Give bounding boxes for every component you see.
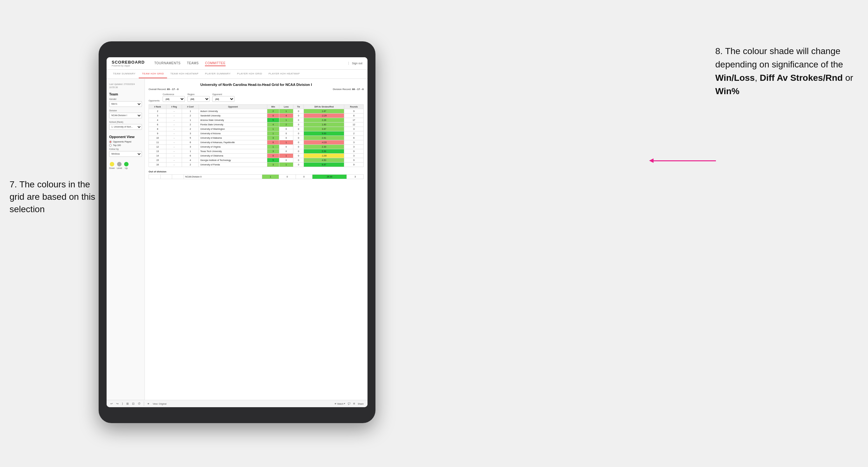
tab-player-summary[interactable]: PLAYER SUMMARY xyxy=(202,70,234,78)
table-row: 3 - 2 Vanderbilt University 0 4 0 -2.29 … xyxy=(149,114,364,118)
grid-records: Overall Record: 89 - 17 - 0 Division Rec… xyxy=(149,88,364,91)
cell-rank: 13 xyxy=(149,149,166,154)
watch-button[interactable]: 👁 Watch ▾ xyxy=(334,402,345,405)
region-filter-select[interactable]: (All) xyxy=(187,96,210,102)
cell-diff: 26.00 xyxy=(312,175,347,179)
cell-rounds: 3 xyxy=(344,140,364,145)
tab-team-h2h-grid[interactable]: TEAM H2H GRID xyxy=(139,70,167,78)
tab-team-h2h-heatmap[interactable]: TEAM H2H HEATMAP xyxy=(167,70,202,78)
colour-item-level: Level xyxy=(117,162,122,169)
arrow-right-container xyxy=(652,160,716,161)
cell-conf: 6 xyxy=(182,154,199,158)
view-original[interactable]: View: Original xyxy=(153,403,166,405)
colour-by-select[interactable]: Win/loss xyxy=(109,151,142,157)
cell-opponent: University of Arizona xyxy=(199,131,267,136)
col-rank: # Rank xyxy=(149,105,166,109)
colour-dot-down xyxy=(110,162,114,166)
cell-rounds: 9 xyxy=(344,162,364,167)
grid-title: University of North Carolina Head-to-Hea… xyxy=(149,83,364,87)
opponent-filter-group: Opponent (All) xyxy=(212,93,235,102)
nav-item-tournaments[interactable]: TOURNAMENTS xyxy=(154,61,181,66)
tab-player-h2h-grid[interactable]: PLAYER H2H GRID xyxy=(234,70,266,78)
cell-loss: 2 xyxy=(279,122,293,127)
cell-tie: 0 xyxy=(293,109,304,114)
radio-opponents-played[interactable]: Opponents Played xyxy=(109,141,142,143)
cell-rank: 2 xyxy=(149,109,166,114)
grid-icon[interactable]: ⊡ xyxy=(132,402,134,405)
cell-opponent: University of Virginia xyxy=(199,145,267,149)
cell-opponent: University of Alabama xyxy=(199,136,267,140)
cell-reg: - xyxy=(166,127,182,131)
cell-loss: 0 xyxy=(279,175,296,179)
copy-icon[interactable]: ⊞ xyxy=(126,402,129,405)
tab-team-summary[interactable]: TEAM SUMMARY xyxy=(110,70,139,78)
cell-conf: 1 xyxy=(182,109,199,114)
cell-conf xyxy=(172,175,184,179)
cell-loss: 1 xyxy=(279,118,293,122)
cell-conf: 1 xyxy=(182,149,199,154)
cell-win: 4 xyxy=(267,122,279,127)
cell-opponent: University of Oklahoma xyxy=(199,154,267,158)
overall-record: Overall Record: 89 - 17 - 0 xyxy=(149,88,179,91)
opponent-filter-select[interactable]: (All) xyxy=(212,96,235,102)
division-label: Division xyxy=(109,110,142,112)
tablet-screen: SCOREBOARD Powered by clippd TOURNAMENTS… xyxy=(106,57,368,407)
table-row: 9 - 3 University of Arizona 1 0 0 9.00 2 xyxy=(149,131,364,136)
share-button[interactable]: Share xyxy=(358,403,364,405)
cell-rank: 3 xyxy=(149,114,166,118)
cell-rounds: 12 xyxy=(344,122,364,127)
tab-player-h2h-heatmap[interactable]: PLAYER H2H HEATMAP xyxy=(266,70,303,78)
app-navbar: SCOREBOARD Powered by clippd TOURNAMENTS… xyxy=(106,57,368,70)
gender-select[interactable]: Men's xyxy=(109,101,142,107)
cell-win: 0 xyxy=(267,140,279,145)
cell-opponent: University of Washington xyxy=(199,127,267,131)
toolbar-actions: 👁 Watch ▾ 💬 ⊞ Share xyxy=(334,402,364,405)
present-button[interactable]: ⊞ xyxy=(353,402,355,405)
cell-diff: -1.00 xyxy=(304,154,344,158)
cell-reg xyxy=(160,175,172,179)
cell-reg: - xyxy=(166,162,182,167)
cell-tie: 0 xyxy=(293,149,304,154)
brand-name: SCOREBOARD xyxy=(112,60,145,65)
undo-icon[interactable]: ↩ xyxy=(111,402,113,405)
radio-group: Opponents Played Top 100 xyxy=(109,141,142,147)
tablet: SCOREBOARD Powered by clippd TOURNAMENTS… xyxy=(99,41,375,423)
cell-rank: 12 xyxy=(149,145,166,149)
cell-tie: 0 xyxy=(293,122,304,127)
sign-out[interactable]: Sign out xyxy=(348,62,363,65)
division-select[interactable]: NCAA Division I xyxy=(109,113,142,118)
redo-icon[interactable]: ↪ xyxy=(116,402,119,405)
out-of-division-label: Out of division xyxy=(149,170,364,173)
nav-item-committee[interactable]: COMMITTEE xyxy=(205,61,225,66)
radio-top100[interactable]: Top 100 xyxy=(109,144,142,147)
cell-diff: 9.00 xyxy=(304,131,344,136)
team-section-title: Team xyxy=(109,92,142,96)
school-select[interactable]: 1. University of Nort... xyxy=(109,124,142,130)
bottom-toolbar: ↩ ↪ ⟩ ⊞ ⊡ ⏱ 👁 View: Original 👁 Watch ▾ 💬… xyxy=(106,400,368,407)
cell-conf: 6 xyxy=(182,140,199,145)
cell-diff: 1.83 xyxy=(304,122,344,127)
cell-rank: 8 xyxy=(149,127,166,131)
comment-button[interactable]: 💬 xyxy=(348,402,351,405)
toolbar-separator xyxy=(144,402,144,406)
cell-loss: 0 xyxy=(279,149,293,154)
cell-conf: 3 xyxy=(182,145,199,149)
forward-icon[interactable]: ⟩ xyxy=(122,402,123,405)
cell-win: 3 xyxy=(267,149,279,154)
clock-icon[interactable]: ⏱ xyxy=(138,402,141,405)
table-row: 6 - 2 Florida State University 4 2 0 1.8… xyxy=(149,122,364,127)
cell-tie: 0 xyxy=(293,131,304,136)
cell-rank: 6 xyxy=(149,122,166,127)
colour-dot-up xyxy=(124,162,128,166)
cell-loss: 0 xyxy=(279,136,293,140)
colour-by-label: Colour by xyxy=(109,148,142,150)
nav-item-teams[interactable]: TEAMS xyxy=(187,61,198,66)
cell-reg: - xyxy=(166,118,182,122)
cell-loss: 1 xyxy=(279,140,293,145)
cell-conf: 2 xyxy=(182,114,199,118)
cell-win: 1 xyxy=(267,145,279,149)
sidebar: Last Updated: 27/03/2024 16:55:38 Team G… xyxy=(106,79,145,400)
conference-filter-select[interactable]: (All) xyxy=(163,96,185,102)
cell-reg: - xyxy=(166,114,182,118)
cell-rank xyxy=(149,175,161,179)
